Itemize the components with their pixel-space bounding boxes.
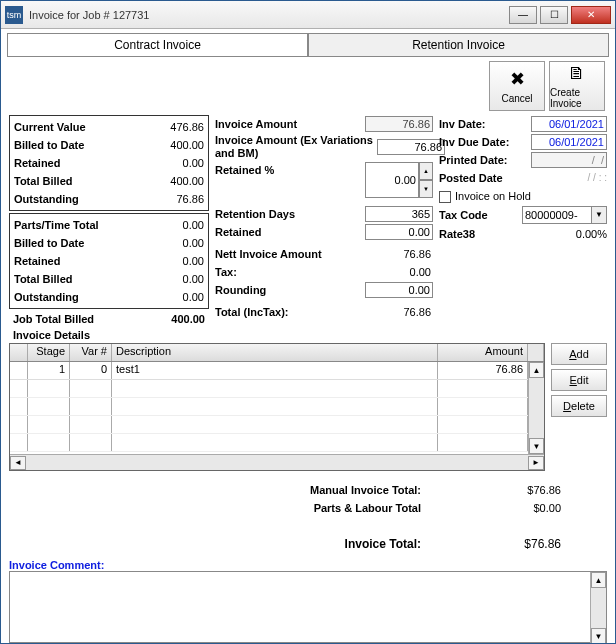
comment-scrollbar[interactable]: ▲▼ xyxy=(590,572,606,643)
rate-label: Rate38 xyxy=(439,226,475,242)
retained-pct-down[interactable]: ▼ xyxy=(419,180,433,198)
add-button[interactable]: Add xyxy=(551,343,607,365)
grid-vertical-scrollbar[interactable]: ▲▼ xyxy=(528,362,544,454)
taxcode-label: Tax Code xyxy=(439,207,488,223)
rounding-label: Rounding xyxy=(215,282,266,298)
job-total-billed: 400.00 xyxy=(171,313,205,325)
posted-date: / / : : xyxy=(588,172,607,183)
window-title: Invoice for Job # 127731 xyxy=(29,9,509,21)
retained-pct-label: Retained % xyxy=(215,162,274,198)
total-billed: 400.00 xyxy=(148,173,204,189)
invoice-amount-label: Invoice Amount xyxy=(215,116,297,132)
posted-date-label: Posted Date xyxy=(439,170,503,186)
grid-header-stage[interactable]: Stage xyxy=(28,344,70,361)
printed-date-field xyxy=(531,152,607,168)
dates-column: Inv Date: Inv Due Date: Printed Date: Po… xyxy=(439,115,607,341)
scroll-down-icon[interactable]: ▼ xyxy=(529,438,544,454)
scroll-right-icon[interactable]: ► xyxy=(528,456,544,470)
titlebar: tsm Invoice for Job # 127731 — ☐ ✕ xyxy=(1,1,615,29)
invoice-on-hold-checkbox[interactable] xyxy=(439,191,451,203)
total-inctax-label: Total (IncTax): xyxy=(215,304,289,320)
billed-to-date: 400.00 xyxy=(148,137,204,153)
manual-invoice-total-label: Manual Invoice Total: xyxy=(9,482,481,498)
invoice-window: tsm Invoice for Job # 127731 — ☐ ✕ Contr… xyxy=(0,0,616,644)
edit-button[interactable]: Edit xyxy=(551,369,607,391)
scroll-up-icon[interactable]: ▲ xyxy=(591,572,606,588)
total-billed-label: Total Billed xyxy=(14,173,72,189)
cell-var: 0 xyxy=(70,362,112,379)
cancel-label: Cancel xyxy=(501,93,532,104)
current-value: 476.86 xyxy=(148,119,204,135)
invoice-details-label: Invoice Details xyxy=(9,329,209,341)
retained-label: Retained xyxy=(14,155,60,171)
total-billed2: 0.00 xyxy=(148,271,204,287)
invoice-amount-ex-label: Invoice Amount (Ex Variations and BM) xyxy=(215,134,377,160)
rounding-field[interactable] xyxy=(365,282,433,298)
app-icon: tsm xyxy=(5,6,23,24)
parts-time-total-label: Parts/Time Total xyxy=(14,217,99,233)
billed-to-date2: 0.00 xyxy=(148,235,204,251)
minimize-button[interactable]: — xyxy=(509,6,537,24)
invoice-amount-ex-field[interactable] xyxy=(377,139,445,155)
cell-desc: test1 xyxy=(112,362,438,379)
inv-date-field[interactable] xyxy=(531,116,607,132)
cancel-button[interactable]: ✖ Cancel xyxy=(489,61,545,111)
document-icon: 🗎 xyxy=(568,63,586,84)
retained2: 0.00 xyxy=(148,253,204,269)
billed-to-date-label: Billed to Date xyxy=(14,137,84,153)
outstanding-label: Outstanding xyxy=(14,191,79,207)
create-invoice-label: Create Invoice xyxy=(550,87,604,109)
invoice-comment-label: Invoice Comment: xyxy=(9,559,607,571)
cell-stage: 1 xyxy=(28,362,70,379)
total-inctax-value xyxy=(365,305,433,319)
content-pane: ✖ Cancel 🗎 Create Invoice Current Value4… xyxy=(1,57,615,643)
inv-due-field[interactable] xyxy=(531,134,607,150)
tab-retention-invoice[interactable]: Retention Invoice xyxy=(308,33,609,57)
nett-value xyxy=(365,247,433,261)
table-row[interactable]: 1 0 test1 76.86 xyxy=(10,362,544,380)
retained-pct-up[interactable]: ▲ xyxy=(419,162,433,180)
cell-amount: 76.86 xyxy=(438,362,528,379)
summary-column: Current Value476.86 Billed to Date400.00… xyxy=(9,115,209,341)
mid-retained-field[interactable] xyxy=(365,224,433,240)
invoice-total: $76.86 xyxy=(481,536,561,552)
tax-value xyxy=(365,265,433,279)
outstanding2: 0.00 xyxy=(148,289,204,305)
grid-header-var[interactable]: Var # xyxy=(70,344,112,361)
mid-retained-label: Retained xyxy=(215,224,261,240)
parts-labour-total: $0.00 xyxy=(481,500,561,516)
invoice-comment-field[interactable] xyxy=(9,571,607,643)
taxcode-dropdown[interactable]: ▼ xyxy=(592,206,607,224)
parts-time-total: 0.00 xyxy=(148,217,204,233)
tab-contract-invoice[interactable]: Contract Invoice xyxy=(7,33,308,57)
taxcode-field[interactable] xyxy=(522,206,592,224)
grid-header-desc[interactable]: Description xyxy=(112,344,438,361)
close-button[interactable]: ✕ xyxy=(571,6,611,24)
inv-due-label: Inv Due Date: xyxy=(439,134,509,150)
invoice-details-grid[interactable]: Stage Var # Description Amount 1 0 test1… xyxy=(9,343,545,471)
grid-horizontal-scrollbar[interactable]: ◄ ► xyxy=(10,454,544,470)
invoice-amount-field xyxy=(365,116,433,132)
scroll-down-icon[interactable]: ▼ xyxy=(591,628,606,643)
tax-label: Tax: xyxy=(215,264,237,280)
total-billed2-label: Total Billed xyxy=(14,271,72,287)
printed-date-label: Printed Date: xyxy=(439,152,507,168)
retention-days-field[interactable] xyxy=(365,206,433,222)
maximize-button[interactable]: ☐ xyxy=(540,6,568,24)
tab-strip: Contract Invoice Retention Invoice xyxy=(7,33,609,57)
scroll-up-icon[interactable]: ▲ xyxy=(529,362,544,378)
amounts-column: Invoice Amount Invoice Amount (Ex Variat… xyxy=(215,115,433,341)
outstanding: 76.86 xyxy=(148,191,204,207)
current-value-label: Current Value xyxy=(14,119,86,135)
scroll-left-icon[interactable]: ◄ xyxy=(10,456,26,470)
invoice-total-label: Invoice Total: xyxy=(9,536,481,552)
inv-date-label: Inv Date: xyxy=(439,116,485,132)
delete-button[interactable]: Delete xyxy=(551,395,607,417)
nett-label: Nett Invoice Amount xyxy=(215,246,322,262)
create-invoice-button[interactable]: 🗎 Create Invoice xyxy=(549,61,605,111)
retained-pct-field[interactable] xyxy=(365,162,419,198)
billed-to-date2-label: Billed to Date xyxy=(14,235,84,251)
grid-header-amount[interactable]: Amount xyxy=(438,344,528,361)
rate-value: 0.00% xyxy=(576,228,607,240)
retained2-label: Retained xyxy=(14,253,60,269)
